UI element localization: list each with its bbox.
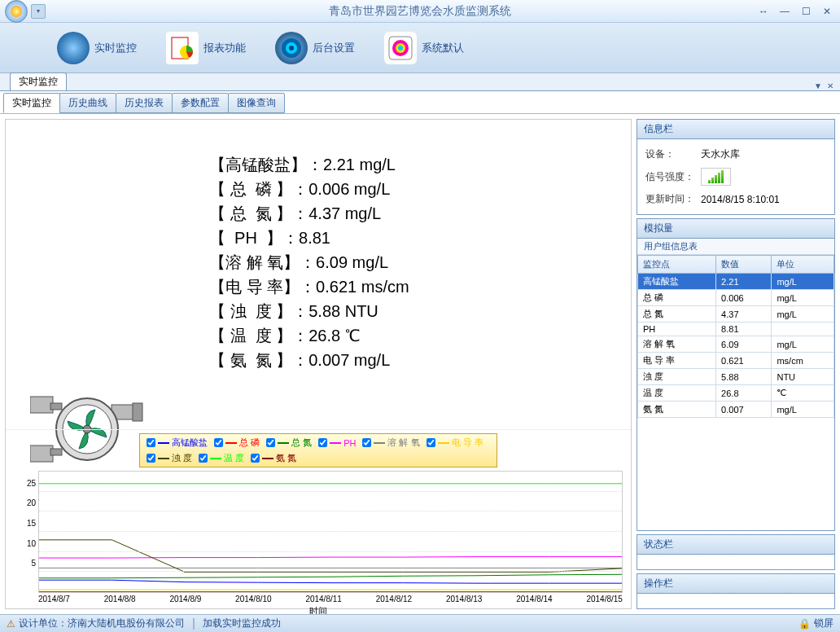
table-header[interactable]: 数值 xyxy=(716,256,772,274)
legend-checkbox[interactable] xyxy=(214,438,223,447)
camera-icon xyxy=(384,32,417,64)
table-header[interactable]: 监控点 xyxy=(638,256,716,274)
ribbon-backend[interactable]: 后台设置 xyxy=(275,32,355,64)
analog-panel-header: 模拟量 xyxy=(637,219,834,239)
subtab-2[interactable]: 历史报表 xyxy=(116,93,173,113)
realtime-display: 【高锰酸盐】：2.21 mg/L【 总 磷 】：0.006 mg/L【 总 氮 … xyxy=(6,120,631,429)
ribbon-default[interactable]: 系统默认 xyxy=(384,32,464,64)
document-tab[interactable]: 实时监控 xyxy=(10,72,67,90)
ribbon-label: 系统默认 xyxy=(422,41,464,55)
metric-row: 【 浊 度 】：5.88 NTU xyxy=(209,299,615,323)
table-row[interactable]: 浊 度5.88NTU xyxy=(638,369,834,385)
analog-panel: 模拟量 用户组信息表 监控点数值单位高锰酸盐2.21mg/L总 磷0.006mg… xyxy=(637,218,835,531)
warning-icon: ⚠ xyxy=(7,618,15,630)
resize-icon[interactable]: ↔ xyxy=(754,5,773,18)
load-message: 加载实时监控成功 xyxy=(203,617,281,630)
title-bar: ▾ 青岛市世界园艺博览会水质监测系统 ↔ — ☐ ✕ xyxy=(0,0,840,23)
signal-bars-icon xyxy=(701,168,731,186)
lock-screen-button[interactable]: 锁屏 xyxy=(814,617,833,630)
metric-row: 【 总 磷 】：0.006 mg/L xyxy=(209,177,615,201)
ribbon-realtime[interactable]: 实时监控 xyxy=(57,32,137,64)
info-panel: 信息栏 设备： 天水水库 信号强度： 更新时间： 2014/8/15 xyxy=(637,119,835,215)
ribbon-label: 实时监控 xyxy=(94,41,137,55)
report-icon xyxy=(166,32,199,64)
sub-tabstrip: 实时监控历史曲线历史报表参数配置图像查询 xyxy=(0,91,840,114)
subtab-1[interactable]: 历史曲线 xyxy=(59,93,116,113)
table-row[interactable]: 温 度26.8℃ xyxy=(638,385,834,402)
metric-row: 【电 导 率】：0.621 ms/cm xyxy=(209,274,615,299)
table-header[interactable]: 单位 xyxy=(772,256,834,274)
status-bar: ⚠ 设计单位：济南大陆机电股份有限公司 加载实时监控成功 🔒 锁屏 xyxy=(0,614,840,632)
chart-x-labels: 2014/8/72014/8/82014/8/92014/8/102014/8/… xyxy=(38,595,623,603)
device-value: 天水水库 xyxy=(701,147,740,161)
analog-subheader: 用户组信息表 xyxy=(637,239,834,255)
maximize-button[interactable]: ☐ xyxy=(796,5,816,18)
metric-row: 【溶 解 氧】：6.09 mg/L xyxy=(209,250,615,274)
ribbon-label: 后台设置 xyxy=(313,41,355,55)
table-row[interactable]: 高锰酸盐2.21mg/L xyxy=(638,274,834,290)
ribbon-label: 报表功能 xyxy=(203,41,246,55)
legend-item[interactable]: PH xyxy=(318,437,356,449)
signal-label: 信号强度： xyxy=(645,170,701,184)
main-panel: 【高锰酸盐】：2.21 mg/L【 总 磷 】：0.006 mg/L【 总 氮 … xyxy=(5,119,632,609)
metric-row: 【高锰酸盐】：2.21 mg/L xyxy=(209,152,615,177)
legend-item[interactable]: 总 磷 xyxy=(214,437,260,449)
legend-checkbox[interactable] xyxy=(362,438,371,447)
qat-dropdown[interactable]: ▾ xyxy=(31,4,46,19)
chart-plot[interactable]: 510152025 xyxy=(38,471,623,593)
table-row[interactable]: 总 氮4.37mg/L xyxy=(638,306,834,323)
document-tabstrip: 实时监控 ▼ ✕ xyxy=(0,73,840,91)
svg-rect-14 xyxy=(133,403,142,421)
chart-x-title: 时间 xyxy=(6,605,631,614)
metrics-list: 【高锰酸盐】：2.21 mg/L【 总 磷 】：0.006 mg/L【 总 氮 … xyxy=(209,152,615,372)
minimize-button[interactable]: — xyxy=(775,5,794,18)
table-row[interactable]: 溶 解 氧6.09mg/L xyxy=(638,336,834,353)
metric-row: 【 温 度 】：26.8 ℃ xyxy=(209,323,615,348)
metric-row: 【 氨 氮 】：0.007 mg/L xyxy=(209,348,615,372)
table-row[interactable]: 氨 氮0.007mg/L xyxy=(638,402,834,418)
tab-dropdown-icon[interactable]: ▼ xyxy=(814,81,822,90)
ribbon-toolbar: 实时监控 报表功能 后台设置 系统默认 xyxy=(0,23,840,73)
legend-checkbox[interactable] xyxy=(427,438,435,447)
legend-item[interactable]: 电 导 率 xyxy=(427,437,483,449)
table-row[interactable]: PH8.81 xyxy=(638,323,834,336)
window-title: 青岛市世界园艺博览会水质监测系统 xyxy=(0,4,840,19)
legend-checkbox[interactable] xyxy=(147,438,155,447)
metric-row: 【 总 氮 】：4.37 mg/L xyxy=(209,201,615,226)
svg-rect-9 xyxy=(30,397,53,413)
ribbon-report[interactable]: 报表功能 xyxy=(166,32,246,64)
svg-point-8 xyxy=(398,46,403,50)
analog-table[interactable]: 监控点数值单位高锰酸盐2.21mg/L总 磷0.006mg/L总 氮4.37mg… xyxy=(637,255,834,418)
legend-item[interactable]: 氨 氮 xyxy=(251,452,296,464)
legend-item[interactable]: 浊 度 xyxy=(147,452,192,464)
legend-item[interactable]: 高锰酸盐 xyxy=(147,437,208,449)
close-button[interactable]: ✕ xyxy=(817,5,837,18)
status-panel-header: 状态栏 xyxy=(637,535,834,555)
legend-item[interactable]: 温 度 xyxy=(199,452,244,464)
legend-checkbox[interactable] xyxy=(251,454,260,463)
legend-item[interactable]: 溶 解 氧 xyxy=(362,437,419,449)
app-orb-icon[interactable] xyxy=(5,0,28,23)
metric-row: 【 PH 】：8.81 xyxy=(209,226,615,250)
legend-item[interactable]: 总 氮 xyxy=(266,437,312,449)
device-label: 设备： xyxy=(645,147,701,161)
info-panel-header: 信息栏 xyxy=(637,120,834,139)
action-panel-header: 操作栏 xyxy=(637,574,834,594)
subtab-3[interactable]: 参数配置 xyxy=(172,93,229,113)
subtab-4[interactable]: 图像查询 xyxy=(228,93,285,113)
action-panel: 操作栏 xyxy=(637,573,835,609)
table-row[interactable]: 总 磷0.006mg/L xyxy=(638,290,834,306)
legend-checkbox[interactable] xyxy=(318,438,327,447)
legend-checkbox[interactable] xyxy=(199,454,208,463)
chart-legend: 高锰酸盐总 磷总 氮PH溶 解 氧电 导 率浊 度温 度氨 氮 xyxy=(139,433,497,467)
legend-checkbox[interactable] xyxy=(147,454,155,463)
legend-checkbox[interactable] xyxy=(266,438,275,447)
status-panel: 状态栏 xyxy=(637,534,835,570)
chart-area: 高锰酸盐总 磷总 氮PH溶 解 氧电 导 率浊 度温 度氨 氮 51015202… xyxy=(6,429,631,608)
design-by-label: 设计单位：济南大陆机电股份有限公司 xyxy=(19,617,185,630)
tab-close-icon[interactable]: ✕ xyxy=(827,81,833,90)
gear-icon xyxy=(275,32,308,64)
subtab-0[interactable]: 实时监控 xyxy=(3,93,60,113)
table-row[interactable]: 电 导 率0.621ms/cm xyxy=(638,353,834,369)
globe-icon xyxy=(57,32,90,64)
